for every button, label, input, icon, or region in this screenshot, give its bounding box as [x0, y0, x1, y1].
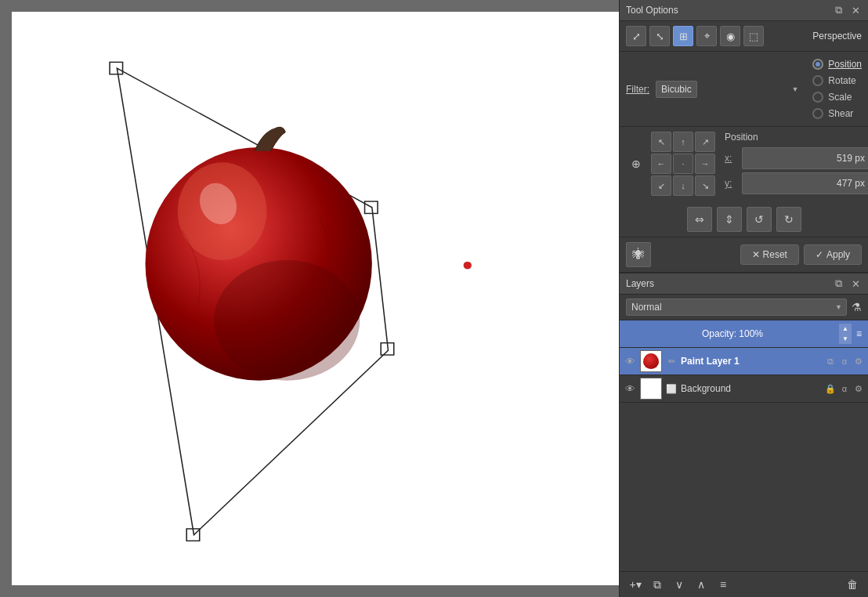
apply-label: Apply: [826, 249, 850, 260]
tool-select-btn[interactable]: ⬚: [743, 26, 764, 46]
layers-header: Layers ⧉ ✕: [620, 273, 868, 295]
dir-bottomleft[interactable]: ↙: [651, 175, 671, 196]
filter-select[interactable]: Bicubic Linear Cubic None: [656, 81, 697, 98]
position-section: Position x: ▲ ▼ y:: [725, 132, 868, 194]
tool-transform-btn[interactable]: ⤡: [649, 26, 670, 46]
layers-toolbar: +▾ ⧉ ∨ ∧ ≡ 🗑: [620, 571, 868, 597]
tool-options-title: Tool Options: [626, 5, 678, 16]
layers-panel: Layers ⧉ ✕ Normal Multiply Screen Overla…: [620, 273, 868, 597]
layers-expand-icon[interactable]: ⧉: [832, 277, 844, 290]
layer-1-options-icon[interactable]: ⚙: [852, 355, 865, 367]
layer-1-link-icon[interactable]: ⧉: [824, 355, 837, 367]
opacity-spin-down[interactable]: ▼: [839, 334, 852, 344]
right-panel: Tool Options ⧉ ✕ ⤢ ⤡ ⊞ ⌖ ◉ ⬚ Perspective…: [619, 0, 868, 597]
x-label: x:: [725, 153, 737, 164]
flip-horizontal-btn[interactable]: ⇔: [687, 207, 712, 232]
layer-bg-name: Background: [681, 383, 821, 394]
layers-menu-btn[interactable]: ≡: [714, 575, 732, 594]
dir-right[interactable]: →: [695, 154, 715, 174]
apply-check-icon: ✓: [816, 249, 823, 260]
y-input-wrapper: ▲ ▼: [742, 172, 868, 194]
opacity-menu-btn[interactable]: ≡: [856, 328, 862, 339]
tool-options-header-icons: ⧉ ✕: [832, 4, 862, 16]
dir-topright[interactable]: ↗: [695, 132, 715, 152]
transform-option-shear[interactable]: Shear: [812, 106, 862, 121]
tool-options-panel: Tool Options ⧉ ✕ ⤢ ⤡ ⊞ ⌖ ◉ ⬚ Perspective…: [620, 0, 868, 273]
dir-topleft[interactable]: ↖: [651, 132, 671, 152]
layer-bg-options-icon[interactable]: ⚙: [852, 382, 865, 395]
opacity-spin-buttons: ▲ ▼: [839, 324, 852, 344]
layer-item-paint-layer-1[interactable]: 👁 ✏ Paint Layer 1 ⧉ α ⚙: [620, 348, 868, 375]
transform-actions: ⇔ ⇕ ↺ ↻: [620, 202, 868, 237]
apply-button[interactable]: ✓ Apply: [804, 244, 862, 265]
perspective-label: Perspective: [812, 31, 862, 42]
reset-button[interactable]: ✕ Reset: [740, 244, 799, 265]
filter-label: Filter:: [626, 84, 649, 95]
move-layer-up-btn[interactable]: ∧: [692, 575, 711, 594]
dir-center[interactable]: ·: [673, 154, 693, 174]
svg-rect-1: [110, 62, 123, 74]
mode-select-wrapper: Normal Multiply Screen Overlay: [626, 298, 847, 316]
x-position-row: x: ▲ ▼: [725, 147, 868, 169]
spider-btn[interactable]: 🕷: [626, 242, 651, 267]
svg-point-9: [464, 262, 472, 270]
rotate-cw-btn[interactable]: ↻: [776, 207, 801, 232]
tool-paint-btn[interactable]: ◉: [720, 26, 740, 46]
dir-left[interactable]: ←: [651, 154, 671, 174]
center-crosshair-icon: ⊕: [626, 154, 646, 174]
x-input-wrapper: ▲ ▼: [742, 147, 868, 169]
tool-warp-btn[interactable]: ⊞: [673, 26, 693, 46]
reset-label: Reset: [763, 249, 787, 260]
layer-1-visibility-icon[interactable]: 👁: [623, 354, 637, 368]
tool-handle-btn[interactable]: ⌖: [696, 26, 717, 46]
dir-top[interactable]: ↑: [673, 132, 693, 152]
tool-move-btn[interactable]: ⤢: [626, 26, 646, 46]
opacity-label: Opacity: 100%: [626, 328, 839, 339]
layers-close-icon[interactable]: ✕: [849, 277, 862, 290]
layer-bg-lock-icon[interactable]: 🔒: [824, 382, 837, 395]
add-layer-btn[interactable]: +▾: [626, 575, 645, 594]
transform-scale-label: Scale: [828, 92, 852, 103]
transform-option-position[interactable]: Position: [812, 56, 862, 72]
opacity-spin-up[interactable]: ▲: [839, 324, 852, 334]
layers-list: 👁 ✏ Paint Layer 1 ⧉ α ⚙ 👁 ⬜ Ba: [620, 348, 868, 571]
duplicate-layer-btn[interactable]: ⧉: [648, 575, 667, 594]
y-input[interactable]: [743, 175, 868, 191]
transform-position-label: Position: [828, 59, 862, 70]
layer-bg-thumbnail: [640, 378, 662, 400]
transform-option-rotate[interactable]: Rotate: [812, 73, 862, 89]
layer-bg-right-icons: 🔒 α ⚙: [824, 382, 865, 395]
layers-title: Layers: [626, 278, 654, 289]
layer-item-background[interactable]: 👁 ⬜ Background 🔒 α ⚙: [620, 375, 868, 403]
transform-rotate-label: Rotate: [828, 75, 855, 86]
direction-grid: ↖ ↑ ↗ ← · → ↙ ↓ ↘: [651, 132, 715, 196]
layer-1-alpha-icon[interactable]: α: [838, 355, 851, 367]
canvas-area: [0, 0, 619, 597]
layer-bg-visibility-icon[interactable]: 👁: [623, 382, 637, 396]
x-input[interactable]: [743, 150, 868, 166]
flip-vertical-btn[interactable]: ⇕: [717, 207, 742, 232]
layer-bg-alpha-icon[interactable]: α: [838, 382, 851, 395]
blend-mode-select[interactable]: Normal Multiply Screen Overlay: [626, 298, 847, 316]
transform-option-scale[interactable]: Scale: [812, 89, 862, 105]
dir-bottomright[interactable]: ↘: [695, 175, 715, 196]
canvas[interactable]: [12, 12, 619, 585]
delete-layer-btn[interactable]: 🗑: [843, 575, 862, 594]
layers-filter-icon[interactable]: ⚗: [852, 301, 862, 313]
layer-1-name: Paint Layer 1: [681, 356, 821, 367]
opacity-row: Opacity: 100% ▲ ▼ ≡: [620, 320, 868, 348]
tool-options-close-icon[interactable]: ✕: [849, 4, 862, 16]
tool-options-expand-icon[interactable]: ⧉: [832, 4, 844, 16]
layer-1-right-icons: ⧉ α ⚙: [824, 355, 865, 367]
tool-options-header: Tool Options ⧉ ✕: [620, 0, 868, 21]
tool-icon-row: ⤢ ⤡ ⊞ ⌖ ◉ ⬚ Perspective: [620, 21, 868, 52]
dir-bottom[interactable]: ↓: [673, 175, 693, 196]
position-title: Position: [725, 132, 868, 143]
transform-shear-label: Shear: [828, 108, 853, 119]
layer-1-thumbnail: [640, 350, 662, 372]
reset-x-icon: ✕: [752, 249, 760, 260]
y-label: y:: [725, 178, 737, 189]
layer-1-type-icon: ✏: [665, 355, 678, 367]
move-layer-down-btn[interactable]: ∨: [670, 575, 689, 594]
rotate-ccw-btn[interactable]: ↺: [747, 207, 772, 232]
